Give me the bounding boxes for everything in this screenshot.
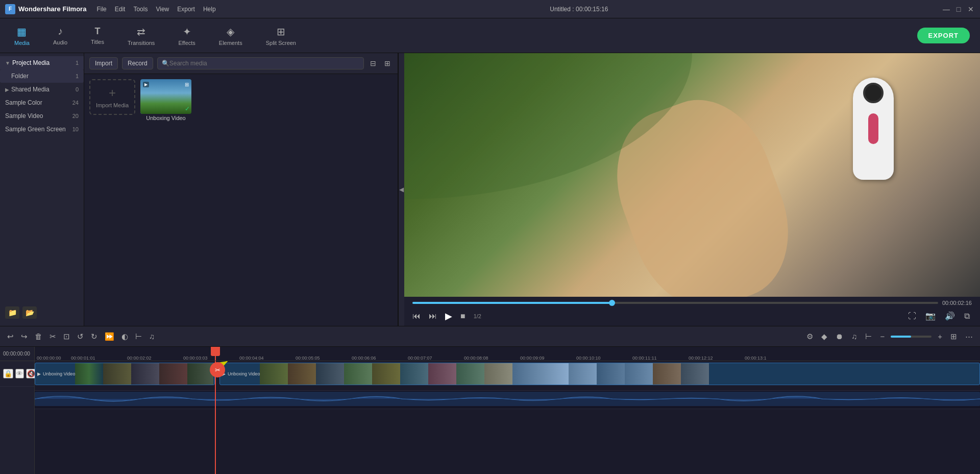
- toolbar-split-screen[interactable]: ⊞ Split Screen: [262, 23, 300, 48]
- crop-button[interactable]: ⊡: [61, 331, 72, 342]
- effects-toolbar-icon: ✦: [183, 26, 191, 38]
- video-thumbnail: ⊞ ▶ ✓: [140, 79, 191, 114]
- audio-waveform: [35, 392, 980, 406]
- video-clip-1[interactable]: ▶ Unboxing Video: [35, 363, 215, 385]
- toolbar-media[interactable]: ▦ Media: [10, 23, 34, 48]
- new-folder-button[interactable]: 📁: [5, 306, 19, 319]
- video-clip-2[interactable]: ▶ Unboxing Video: [219, 363, 980, 385]
- sample-color-label: Sample Color: [5, 99, 42, 106]
- redo-button[interactable]: ↪: [19, 331, 30, 342]
- media-item-label: Unboxing Video: [140, 115, 191, 121]
- media-panel: Import Record 🔍 ⊟ ⊞ + Import Media ⊞ ▶: [84, 53, 398, 326]
- sample-video-label: Sample Video: [5, 112, 43, 120]
- pip-button[interactable]: ⧉: [962, 311, 972, 322]
- folder-label: Folder: [11, 73, 29, 80]
- skip-to-start-button[interactable]: ⏮: [412, 312, 421, 321]
- more-button[interactable]: ⋯: [963, 331, 975, 342]
- rotate-left-button[interactable]: ↺: [75, 331, 86, 342]
- menu-view[interactable]: View: [156, 6, 169, 13]
- ruler-mark-8: 00:00:08:08: [464, 356, 520, 361]
- titles-toolbar-icon: T: [95, 26, 101, 37]
- progress-bar[interactable]: [412, 302, 938, 304]
- menu-export[interactable]: Export: [177, 6, 195, 13]
- minimize-button[interactable]: —: [942, 5, 950, 13]
- timeline-audio-button[interactable]: ♫: [849, 331, 859, 342]
- timeline-ruler: 00:00:00:00 00:00:01:01 00:00:02:02 00:0…: [35, 347, 980, 361]
- preview-panel: 00:00:02:16 ⏮ ⏭ ▶ ■ 1/2 ⛶ 📷 🔊 ⧉: [404, 53, 980, 326]
- preview-controls: 00:00:02:16 ⏮ ⏭ ▶ ■ 1/2 ⛶ 📷 🔊 ⧉: [404, 297, 980, 326]
- zoom-out-button[interactable]: −: [878, 331, 887, 342]
- timeline-record-button[interactable]: ⏺: [834, 331, 845, 342]
- import-media-label: Import Media: [96, 102, 129, 108]
- sidebar-item-folder[interactable]: Folder 1: [0, 69, 84, 83]
- timeline-content: 00:00:00:00 00:00:01:01 00:00:02:02 00:0…: [35, 347, 980, 474]
- media-item-unboxing-video[interactable]: ⊞ ▶ ✓ Unboxing Video: [140, 79, 191, 120]
- toolbar-transitions[interactable]: ⇄ Transitions: [124, 23, 159, 48]
- ruler-mark-0: 00:00:00:00: [37, 356, 71, 361]
- timeline-settings-button[interactable]: ⚙: [804, 331, 815, 342]
- logo-icon: F: [5, 4, 15, 14]
- cut-button[interactable]: ✂: [47, 331, 58, 342]
- menu-tools[interactable]: Tools: [133, 6, 148, 13]
- import-dropdown[interactable]: Import: [89, 57, 118, 69]
- zoom-slider[interactable]: [891, 336, 932, 338]
- sidebar-item-sample-color[interactable]: Sample Color 24: [0, 96, 84, 109]
- split-button[interactable]: ⊢: [133, 331, 144, 342]
- toolbar-effects[interactable]: ✦ Effects: [174, 23, 199, 48]
- audio-toolbar-icon: ♪: [58, 26, 63, 37]
- view-toggle-button[interactable]: ⊞: [382, 58, 393, 68]
- menu-help[interactable]: Help: [203, 6, 216, 13]
- zoom-in-button[interactable]: +: [936, 331, 944, 342]
- search-input[interactable]: [169, 58, 359, 69]
- undo-button[interactable]: ↩: [5, 331, 16, 342]
- hide-track-button[interactable]: 👁: [15, 369, 24, 378]
- delete-folder-button[interactable]: 📂: [22, 306, 37, 319]
- close-button[interactable]: ✕: [967, 5, 975, 13]
- timeline-split-button[interactable]: ⊢: [863, 331, 874, 342]
- record-dropdown[interactable]: Record: [122, 57, 153, 69]
- fit-button[interactable]: ⊞: [948, 331, 959, 342]
- collapse-handle[interactable]: ◀: [398, 53, 404, 326]
- menu-edit[interactable]: Edit: [115, 6, 126, 13]
- lock-track-button[interactable]: 🔒: [3, 369, 13, 378]
- timeline-marker-button[interactable]: ◆: [819, 331, 829, 342]
- ruler-mark-1: 00:00:01:01: [71, 356, 127, 361]
- toolbar-elements[interactable]: ◈ Elements: [215, 23, 247, 48]
- collapse-icon: ◀: [399, 186, 404, 193]
- snapshot-button[interactable]: 📷: [923, 310, 938, 322]
- sidebar-item-shared-media[interactable]: ▶ Shared Media 0: [0, 83, 84, 96]
- toolbar-titles[interactable]: T Titles: [87, 24, 108, 47]
- shared-media-label: Shared Media: [11, 86, 50, 93]
- scissors-container: ✂: [207, 361, 248, 375]
- time-current: 00:00:02:16: [942, 300, 972, 306]
- sidebar-item-sample-green-screen[interactable]: Sample Green Screen 10: [0, 123, 84, 136]
- volume-button[interactable]: 🔊: [943, 310, 957, 322]
- color-button[interactable]: ◐: [119, 331, 130, 342]
- delete-button[interactable]: 🗑: [33, 331, 44, 342]
- stop-button[interactable]: ■: [460, 312, 465, 321]
- progress-thumb[interactable]: [609, 300, 615, 306]
- sidebar-item-sample-video[interactable]: Sample Video 20: [0, 109, 84, 123]
- app-logo: F Wondershare Filmora: [5, 4, 86, 14]
- shared-media-count: 0: [76, 86, 79, 92]
- speed-button[interactable]: ⏩: [103, 331, 116, 342]
- fullscreen-button[interactable]: ⛶: [906, 311, 918, 322]
- step-back-button[interactable]: ⏭: [429, 312, 437, 321]
- maximize-button[interactable]: □: [954, 5, 963, 13]
- rotate-right-button[interactable]: ↻: [89, 331, 100, 342]
- export-button[interactable]: EXPORT: [917, 28, 970, 43]
- toolbar-audio[interactable]: ♪ Audio: [49, 23, 71, 48]
- sample-color-count: 24: [72, 100, 79, 106]
- play-button[interactable]: ▶: [445, 311, 452, 322]
- filter-button[interactable]: ⊟: [368, 58, 378, 68]
- sidebar-bottom-actions: 📁 📂: [0, 302, 84, 323]
- search-icon: 🔍: [162, 60, 169, 67]
- audio-icon-button[interactable]: ♫: [147, 331, 157, 342]
- transitions-toolbar-icon: ⇄: [137, 26, 145, 38]
- sidebar-item-project-media[interactable]: ▼ Project Media 1: [0, 56, 84, 69]
- menu-file[interactable]: File: [96, 6, 106, 13]
- import-media-button[interactable]: + Import Media: [89, 79, 135, 115]
- scissors-circle: ✂: [210, 362, 225, 377]
- clip-1-icon: ▶: [35, 371, 43, 376]
- elements-toolbar-icon: ◈: [227, 26, 234, 38]
